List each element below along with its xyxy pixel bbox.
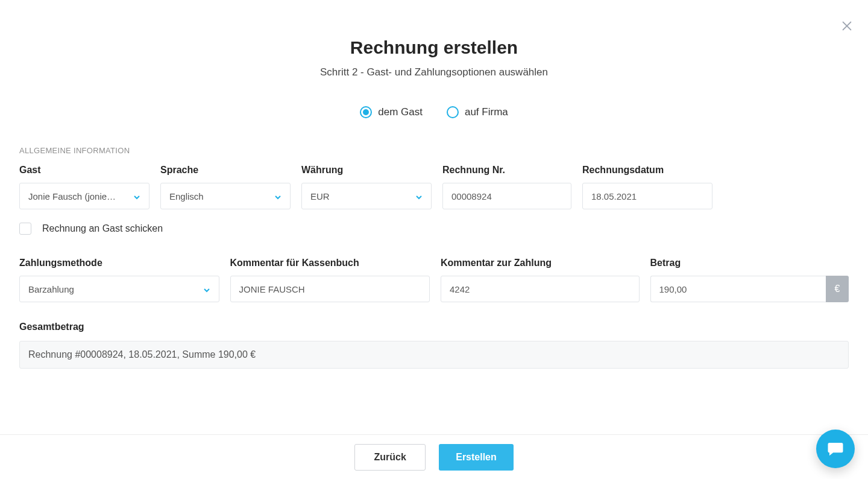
payment-comment-label: Kommentar zur Zahlung — [441, 258, 640, 268]
amount-value: 190,00 — [659, 284, 818, 294]
payment-comment-input[interactable]: 4242 — [441, 276, 640, 302]
invoice-date-label: Rechnungsdatum — [582, 165, 712, 176]
cashbook-comment-value: JONIE FAUSCH — [239, 284, 421, 294]
invoice-date-input[interactable]: 18.05.2021 — [582, 183, 712, 209]
modal-header: Rechnung erstellen Schritt 2 - Gast- und… — [0, 0, 868, 78]
invoice-number-value: 00008924 — [451, 191, 562, 201]
guest-select[interactable]: Jonie Fausch (jonie-fau… — [19, 183, 149, 209]
language-select-value: Englisch — [169, 191, 204, 201]
row-general: Gast Jonie Fausch (jonie-fau… Sprache En… — [19, 165, 849, 209]
cashbook-comment-label: Kommentar für Kassenbuch — [230, 258, 430, 268]
send-to-guest-row: Rechnung an Gast schicken — [19, 223, 849, 235]
modal-body: ALLGEMEINE INFORMATION Gast Jonie Fausch… — [0, 146, 868, 369]
guest-label: Gast — [19, 165, 149, 176]
section-general-label: ALLGEMEINE INFORMATION — [19, 146, 849, 155]
modal-title: Rechnung erstellen — [0, 37, 868, 58]
chevron-down-icon — [203, 285, 210, 293]
chevron-down-icon — [133, 192, 140, 200]
cashbook-comment-input[interactable]: JONIE FAUSCH — [230, 276, 430, 302]
radio-company[interactable]: auf Firma — [447, 106, 508, 118]
radio-company-label: auf Firma — [465, 106, 508, 118]
chevron-down-icon — [274, 192, 281, 200]
language-select[interactable]: Englisch — [160, 183, 291, 209]
invoice-number-label: Rechnung Nr. — [442, 165, 571, 176]
currency-label: Währung — [301, 165, 432, 176]
close-icon — [840, 19, 854, 33]
amount-input[interactable]: 190,00 — [650, 276, 826, 302]
radio-guest-label: dem Gast — [378, 106, 423, 118]
guest-select-value: Jonie Fausch (jonie-fau… — [28, 191, 118, 201]
back-button[interactable]: Zurück — [354, 444, 426, 471]
radio-circle-icon — [447, 106, 459, 118]
amount-group: 190,00 € — [650, 276, 849, 302]
radio-circle-icon — [360, 106, 372, 118]
currency-badge: € — [826, 276, 849, 302]
payment-method-select[interactable]: Barzahlung — [19, 276, 219, 302]
create-invoice-modal: Rechnung erstellen Schritt 2 - Gast- und… — [0, 0, 868, 479]
payment-method-value: Barzahlung — [28, 284, 74, 294]
invoice-number-input[interactable]: 00008924 — [442, 183, 571, 209]
currency-select-value: EUR — [310, 191, 330, 201]
close-button[interactable] — [840, 19, 854, 33]
create-button[interactable]: Erstellen — [439, 444, 514, 471]
modal-subtitle: Schritt 2 - Gast- und Zahlungsoptionen a… — [0, 66, 868, 78]
currency-select[interactable]: EUR — [301, 183, 432, 209]
amount-label: Betrag — [650, 258, 849, 268]
chat-icon — [826, 440, 844, 458]
invoice-target-radiogroup: dem Gast auf Firma — [0, 106, 868, 118]
language-label: Sprache — [160, 165, 291, 176]
row-payment: Zahlungsmethode Barzahlung Kommentar für… — [19, 258, 849, 302]
send-to-guest-label: Rechnung an Gast schicken — [42, 223, 163, 234]
total-summary: Rechnung #00008924, 18.05.2021, Summe 19… — [19, 341, 849, 369]
payment-comment-value: 4242 — [450, 284, 631, 294]
invoice-date-value: 18.05.2021 — [591, 191, 703, 201]
chevron-down-icon — [415, 192, 423, 200]
radio-guest[interactable]: dem Gast — [360, 106, 423, 118]
payment-method-label: Zahlungsmethode — [19, 258, 219, 268]
chat-fab[interactable] — [816, 430, 855, 468]
total-label: Gesamtbetrag — [19, 322, 849, 332]
modal-footer: Zurück Erstellen — [0, 434, 868, 479]
send-to-guest-checkbox[interactable] — [19, 223, 31, 235]
